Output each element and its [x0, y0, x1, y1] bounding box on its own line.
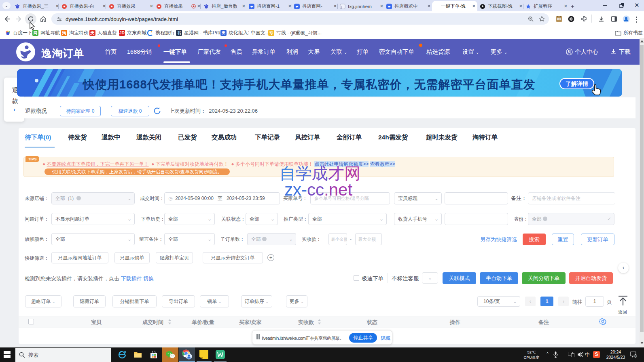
svg-text:j: j — [341, 5, 342, 8]
